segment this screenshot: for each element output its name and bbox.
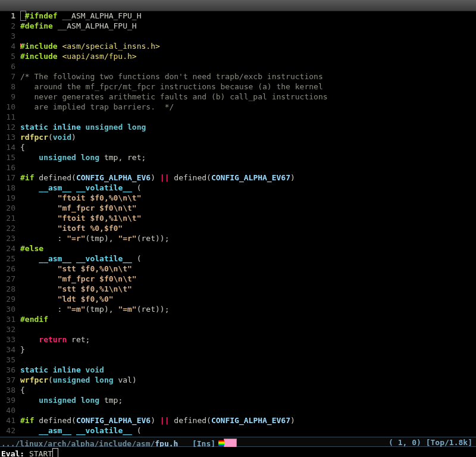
line-number: 41	[0, 415, 15, 425]
cursor-position: ( 1, 0) [Top/1.8k]	[389, 437, 472, 447]
code-line[interactable]: }	[20, 345, 476, 355]
code-line[interactable]: __asm__ __volatile__ (	[20, 253, 476, 264]
code-line[interactable]: #include <uapi/asm/fpu.h>	[20, 51, 476, 61]
line-number: 27	[0, 274, 15, 284]
window-titlebar[interactable]	[0, 0, 476, 11]
code-line[interactable]: are implied trap barriers. */	[20, 102, 476, 112]
code-area[interactable]: #ifndef __ASM_ALPHA_FPU_H#define __ASM_A…	[20, 11, 476, 456]
mode-line: .../linux/arch/alpha/include/asm/fpu.h […	[0, 437, 476, 447]
code-line[interactable]: rdfpcr(void)	[20, 132, 476, 142]
line-number: 31	[0, 314, 15, 324]
line-number: 20	[0, 203, 15, 213]
code-line[interactable]: "ftoit $f0,%0\n\t"	[20, 193, 476, 203]
line-number: 34	[0, 345, 15, 355]
nyan-cat-icon	[224, 439, 237, 447]
line-number: 26	[0, 264, 15, 274]
line-number: 1	[0, 11, 15, 21]
code-line[interactable]: {	[20, 385, 476, 395]
line-number: 39	[0, 395, 15, 405]
code-line[interactable]	[20, 324, 476, 334]
line-number: 8	[0, 82, 15, 92]
code-line[interactable]: return ret;	[20, 334, 476, 345]
line-number: 23	[0, 233, 15, 243]
line-number: 33	[0, 334, 15, 345]
line-number: 29	[0, 294, 15, 304]
code-line[interactable]: "itoft %0,$f0"	[20, 223, 476, 233]
line-number: 42	[0, 425, 15, 436]
code-line[interactable]: static inline unsigned long	[20, 122, 476, 132]
editor-window: 1234567891011121314151617181920212223242…	[0, 0, 476, 457]
line-number: 25	[0, 253, 15, 264]
minibuffer-prompt: Eval:	[1, 449, 24, 457]
code-line[interactable]: never generates arithmetic faults and (b…	[20, 92, 476, 102]
line-number: 24	[0, 243, 15, 253]
line-number: 9	[0, 92, 15, 102]
code-line[interactable]	[20, 112, 476, 122]
line-number: 19	[0, 193, 15, 203]
line-number: 13	[0, 132, 15, 142]
code-line[interactable]: wrfpcr(unsigned long val)	[20, 375, 476, 385]
line-number: 36	[0, 365, 15, 375]
code-line[interactable]: unsigned long tmp, ret;	[20, 152, 476, 162]
code-line[interactable]: #if defined(CONFIG_ALPHA_EV6) || defined…	[20, 173, 476, 183]
line-number: 32	[0, 324, 15, 334]
line-number: 10	[0, 102, 15, 112]
code-line[interactable]: "mf_fpcr $f0\n\t"	[20, 274, 476, 284]
line-number: 16	[0, 162, 15, 173]
code-line[interactable]: "mf_fpcr $f0\n\t"	[20, 203, 476, 213]
code-line[interactable]: "stt $f0,%0\n\t"	[20, 264, 476, 274]
code-line[interactable]: : "=m"(tmp), "=m"(ret));	[20, 304, 476, 314]
line-number: 2	[0, 21, 15, 31]
code-line[interactable]: "ftoit $f0,%1\n\t"	[20, 213, 476, 223]
code-line[interactable]: "stt $f0,%1\n\t"	[20, 284, 476, 294]
line-number: 28	[0, 284, 15, 294]
code-line[interactable]	[20, 162, 476, 173]
line-number: 6	[0, 61, 15, 71]
code-line[interactable]: : "=r"(tmp), "=r"(ret));	[20, 233, 476, 243]
code-editor[interactable]: 1234567891011121314151617181920212223242…	[0, 11, 476, 437]
line-number: 3	[0, 31, 15, 41]
code-line[interactable]: #else	[20, 243, 476, 253]
minibuffer-input[interactable]: START	[24, 449, 52, 457]
code-line[interactable]: __asm__ __volatile__ (	[20, 183, 476, 193]
line-number: 35	[0, 355, 15, 365]
code-line[interactable]: #include <asm/special_insns.h>	[20, 41, 476, 51]
line-number: 38	[0, 385, 15, 395]
line-number: 18	[0, 183, 15, 193]
line-number: 15	[0, 152, 15, 162]
code-line[interactable]	[20, 31, 476, 41]
code-line[interactable]: unsigned long tmp;	[20, 395, 476, 405]
line-number: 37	[0, 375, 15, 385]
code-line[interactable]: #if defined(CONFIG_ALPHA_EV6) || defined…	[20, 415, 476, 425]
line-number: 5	[0, 51, 15, 61]
line-number: 22	[0, 223, 15, 233]
code-line[interactable]	[20, 405, 476, 415]
line-number: 11	[0, 112, 15, 122]
line-number: 17	[0, 173, 15, 183]
code-line[interactable]: __asm__ __volatile__ (	[20, 425, 476, 436]
code-line[interactable]: #define __ASM_ALPHA_FPU_H	[20, 21, 476, 31]
code-line[interactable]: "ldt $f0,%0"	[20, 294, 476, 304]
code-line[interactable]: /* The following two functions don't nee…	[20, 71, 476, 82]
minibuffer[interactable]: Eval: START	[0, 447, 476, 457]
code-line[interactable]: static inline void	[20, 365, 476, 375]
line-number: 7	[0, 71, 15, 82]
code-line[interactable]	[20, 355, 476, 365]
code-line[interactable]	[20, 61, 476, 71]
code-line[interactable]: #endif	[20, 314, 476, 324]
code-line[interactable]: {	[20, 142, 476, 152]
code-line[interactable]: #ifndef __ASM_ALPHA_FPU_H	[20, 11, 476, 21]
minibuffer-cursor-icon	[52, 448, 58, 457]
line-number-gutter: 1234567891011121314151617181920212223242…	[0, 11, 18, 456]
line-number: 12	[0, 122, 15, 132]
line-number: 21	[0, 213, 15, 223]
line-number: 30	[0, 304, 15, 314]
code-line[interactable]: around the mf_fpcr/mt_fpcr instructions …	[20, 82, 476, 92]
line-number: 4	[0, 41, 15, 51]
line-number: 40	[0, 405, 15, 415]
line-number: 14	[0, 142, 15, 152]
